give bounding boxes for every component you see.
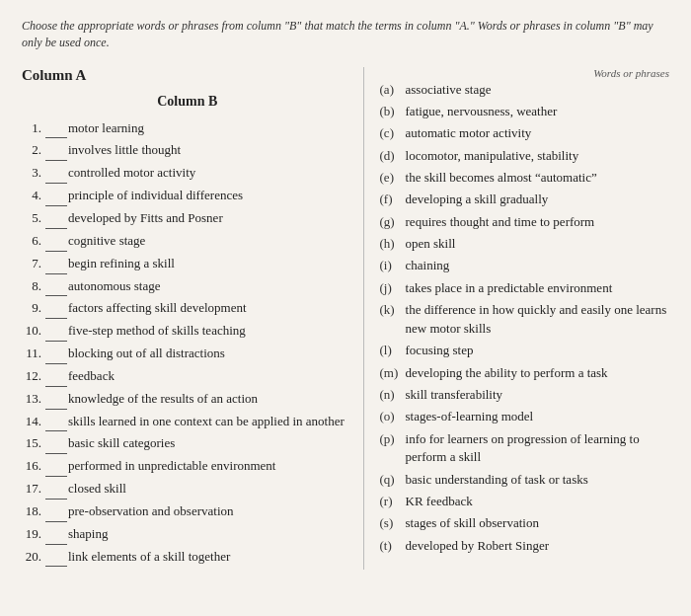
item-number: 9. bbox=[22, 299, 45, 318]
answer-blank[interactable] bbox=[45, 457, 67, 477]
answer-blank[interactable] bbox=[45, 413, 67, 432]
answer-blank[interactable] bbox=[45, 187, 67, 206]
b-text: locomotor, manipulative, stability bbox=[406, 147, 669, 166]
list-item: 11. blocking out of all distractions bbox=[22, 345, 353, 364]
list-item: 15. basic skill categories bbox=[22, 434, 353, 454]
item-text: developed by Fitts and Posner bbox=[68, 209, 353, 228]
item-number: 13. bbox=[22, 390, 45, 409]
b-text: takes place in a predictable environment bbox=[406, 279, 669, 298]
list-item: 20. link elements of a skill together bbox=[22, 548, 353, 568]
answer-blank[interactable] bbox=[45, 434, 67, 454]
item-number: 10. bbox=[22, 322, 45, 341]
item-number: 5. bbox=[22, 209, 45, 228]
answer-blank[interactable] bbox=[45, 141, 67, 161]
b-text: info for learners on progression of lear… bbox=[406, 430, 669, 468]
b-text: associative stage bbox=[406, 81, 669, 100]
b-letter: (q) bbox=[380, 471, 406, 490]
list-item: 8. autonomous stage bbox=[22, 277, 353, 297]
list-item: 18. pre-observation and observation bbox=[22, 502, 353, 522]
list-item: (o) stages-of-learning model bbox=[380, 408, 669, 426]
item-text: knowledge of the results of an action bbox=[68, 390, 353, 409]
answer-blank[interactable] bbox=[45, 119, 67, 139]
answer-blank[interactable] bbox=[45, 480, 67, 500]
answer-blank[interactable] bbox=[45, 548, 67, 568]
item-text: performed in unpredictable environment bbox=[68, 457, 353, 476]
column-b-list: (a) associative stage (b) fatigue, nervo… bbox=[380, 81, 669, 556]
answer-blank[interactable] bbox=[45, 502, 67, 522]
item-number: 6. bbox=[22, 232, 45, 251]
b-text: fatigue, nervousness, weather bbox=[406, 103, 669, 121]
list-item: (b) fatigue, nervousness, weather bbox=[380, 103, 669, 121]
answer-blank[interactable] bbox=[45, 345, 67, 364]
item-text: basic skill categories bbox=[68, 434, 353, 453]
b-text: developed by Robert Singer bbox=[406, 537, 669, 556]
item-text: principle of individual differences bbox=[68, 187, 353, 205]
answer-blank[interactable] bbox=[45, 390, 67, 410]
list-item: 10. five-step method of skills teaching bbox=[22, 322, 353, 342]
item-number: 7. bbox=[22, 255, 45, 273]
item-number: 3. bbox=[22, 164, 45, 183]
list-item: (l) focusing step bbox=[380, 342, 669, 360]
item-number: 11. bbox=[22, 345, 45, 363]
b-text: requires thought and time to perform bbox=[406, 213, 669, 232]
list-item: (s) stages of skill observation bbox=[380, 514, 669, 533]
item-number: 8. bbox=[22, 277, 45, 296]
b-text: KR feedback bbox=[406, 493, 669, 511]
b-letter: (s) bbox=[380, 514, 406, 533]
list-item: 14. skills learned in one context can be… bbox=[22, 413, 353, 432]
b-text: basic understanding of task or tasks bbox=[406, 471, 669, 490]
item-number: 17. bbox=[22, 480, 45, 499]
b-letter: (g) bbox=[380, 213, 406, 232]
b-text: stages of skill observation bbox=[406, 514, 669, 533]
answer-blank[interactable] bbox=[45, 322, 67, 342]
answer-blank[interactable] bbox=[45, 255, 67, 274]
list-item: (h) open skill bbox=[380, 235, 669, 254]
list-item: 6. cognitive stage bbox=[22, 232, 353, 252]
b-letter: (h) bbox=[380, 235, 406, 254]
item-number: 15. bbox=[22, 434, 45, 453]
column-b-header-inline: Column B bbox=[22, 94, 353, 110]
list-item: (g) requires thought and time to perform bbox=[380, 213, 669, 232]
b-letter: (n) bbox=[380, 386, 406, 405]
b-text: the difference in how quickly and easily… bbox=[406, 301, 669, 339]
list-item: 7. begin refining a skill bbox=[22, 255, 353, 274]
item-text: link elements of a skill together bbox=[68, 548, 353, 567]
list-item: (a) associative stage bbox=[380, 81, 669, 100]
item-text: feedback bbox=[68, 367, 353, 386]
answer-blank[interactable] bbox=[45, 164, 67, 184]
list-item: (n) skill transferability bbox=[380, 386, 669, 405]
b-letter: (c) bbox=[380, 124, 406, 143]
item-number: 1. bbox=[22, 119, 45, 138]
b-letter: (o) bbox=[380, 408, 406, 426]
list-item: 9. factors affecting skill development bbox=[22, 299, 353, 319]
item-number: 20. bbox=[22, 548, 45, 567]
item-text: shaping bbox=[68, 525, 353, 544]
b-letter: (p) bbox=[380, 430, 406, 449]
answer-blank[interactable] bbox=[45, 299, 67, 319]
answer-blank[interactable] bbox=[45, 277, 67, 297]
list-item: (p) info for learners on progression of … bbox=[380, 430, 669, 468]
item-number: 12. bbox=[22, 367, 45, 386]
item-text: pre-observation and observation bbox=[68, 502, 353, 521]
item-text: closed skill bbox=[68, 480, 353, 499]
column-a-header: Column A bbox=[22, 67, 353, 84]
item-number: 18. bbox=[22, 502, 45, 521]
list-item: 13. knowledge of the results of an actio… bbox=[22, 390, 353, 410]
b-letter: (l) bbox=[380, 342, 406, 360]
answer-blank[interactable] bbox=[45, 209, 67, 229]
item-number: 2. bbox=[22, 141, 45, 160]
list-item: 2. involves little thought bbox=[22, 141, 353, 161]
b-letter: (j) bbox=[380, 279, 406, 298]
answer-blank[interactable] bbox=[45, 525, 67, 545]
b-letter: (f) bbox=[380, 191, 406, 209]
answer-blank[interactable] bbox=[45, 367, 67, 387]
b-text: stages-of-learning model bbox=[406, 408, 669, 426]
list-item: 12. feedback bbox=[22, 367, 353, 387]
b-letter: (k) bbox=[380, 301, 406, 320]
b-letter: (t) bbox=[380, 537, 406, 556]
b-text: automatic motor activity bbox=[406, 124, 669, 143]
list-item: (m) developing the ability to perform a … bbox=[380, 364, 669, 383]
column-b: Words or phrases (a) associative stage (… bbox=[364, 67, 669, 571]
item-number: 4. bbox=[22, 187, 45, 205]
answer-blank[interactable] bbox=[45, 232, 67, 252]
